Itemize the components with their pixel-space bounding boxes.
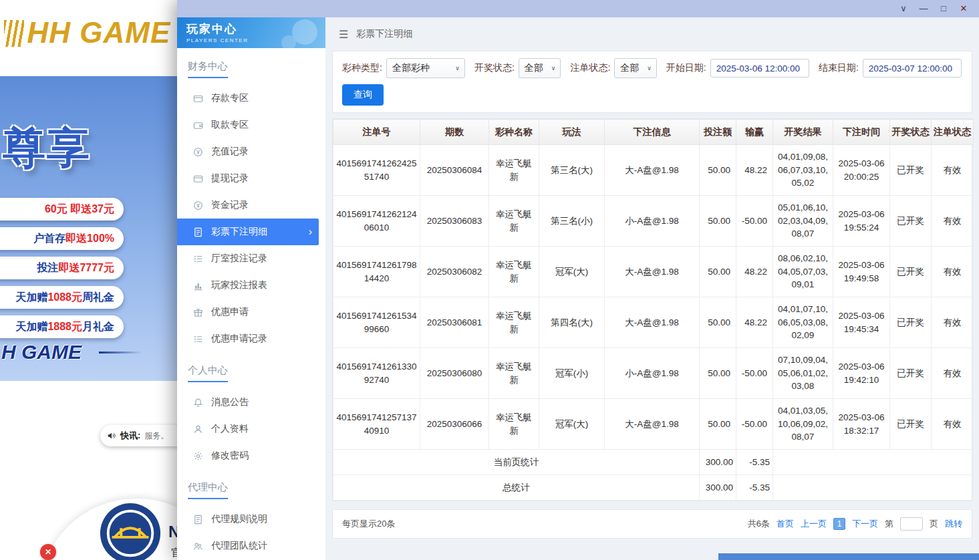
cell-lottery: 幸运飞艇新 — [489, 247, 539, 297]
sidebar-item-deposit[interactable]: 存款专区 — [177, 85, 325, 112]
chevron-down-icon: ∨ — [647, 65, 652, 72]
pill-text: 月礼金 — [82, 320, 114, 334]
sidebar-item-announcements[interactable]: 消息公告 — [177, 389, 325, 416]
sidebar-item-agent-team-stats[interactable]: 代理团队统计 — [177, 533, 325, 559]
chevron-down-icon: ∨ — [551, 65, 556, 72]
cell-bet-id: 401569174126153499660 — [333, 297, 420, 348]
cell-amount: 50.00 — [700, 247, 736, 297]
cell-play: 第四名(大) — [539, 297, 605, 348]
next-page-link[interactable]: 下一页 — [852, 518, 878, 530]
sidebar-item-lottery-bet-details[interactable]: 彩票下注明细 › — [177, 219, 319, 245]
promo-pill: 户首存 即送100% — [0, 227, 124, 250]
lottery-type-select[interactable]: 全部彩种 ∨ — [386, 58, 465, 78]
sidebar-item-label: 玩家投注报表 — [211, 279, 267, 291]
cell-bet-info: 大-A盘@1.98 — [605, 399, 700, 450]
promo-pill: 天加赠1088元周礼金 — [0, 286, 124, 309]
chevron-down-icon[interactable]: ∨ — [893, 0, 914, 17]
cell-period: 20250306080 — [420, 348, 489, 399]
cell-bet-info: 大-A盘@1.98 — [605, 247, 700, 297]
promo-title: 尊享 — [3, 119, 91, 177]
cell-bet-info: 大-A盘@1.98 — [605, 297, 700, 348]
sidebar-item-withdraw[interactable]: 取款专区 — [177, 112, 325, 138]
cell-win-loss: -50.00 — [736, 348, 773, 399]
cell-draw-status: 已开奖 — [890, 348, 932, 399]
promo-pill: 60元 即送37元 — [0, 198, 124, 221]
cell-result: 05,01,06,10,02,03,04,09,08,07 — [773, 196, 833, 247]
cell-play: 冠军(大) — [539, 247, 605, 297]
sidebar-item-hall-bet-records[interactable]: 厅室投注记录 — [177, 245, 325, 272]
prev-page-link[interactable]: 上一页 — [801, 518, 827, 530]
sidebar: 玩家中心 PLAYERS CENTER 财务中心 存款专区 取款专区 充值记录 … — [177, 17, 325, 560]
cell-amount: 50.00 — [700, 145, 736, 196]
order-status-select[interactable]: 全部 ∨ — [614, 58, 657, 78]
sidebar-item-promo-records[interactable]: 优惠申请记录 — [177, 325, 325, 352]
cell-bet-time: 2025-03-06 18:32:17 — [833, 399, 890, 450]
cell-win-loss: 48.22 — [736, 145, 773, 196]
sidebar-item-change-password[interactable]: 修改密码 — [177, 442, 325, 469]
sidebar-item-label: 代理团队统计 — [211, 540, 267, 552]
sidebar-item-recharge-records[interactable]: 充值记录 — [177, 138, 325, 165]
col-lottery: 彩种名称 — [489, 120, 539, 145]
select-value: 全部 — [620, 62, 639, 74]
cell-order-status: 有效 — [932, 247, 974, 297]
bets-table-card: 注单号 期数 彩种名称 玩法 下注信息 投注额 输赢 开奖结果 下注时间 开奖状… — [332, 118, 972, 501]
logo-bars-decoration — [4, 20, 24, 47]
first-page-link[interactable]: 首页 — [777, 518, 794, 530]
promo-logo-text: H GAME — [1, 341, 82, 364]
cell-amount: 50.00 — [700, 348, 736, 399]
pill-highlight: 即送100% — [65, 232, 114, 246]
filter-panel: 彩种类型: 全部彩种 ∨ 开奖状态: 全部 ∨ 注单状态: 全部 ∨ — [332, 51, 972, 113]
ticker-label: 快讯: — [120, 430, 140, 442]
sidebar-item-withdrawal-records[interactable]: 提现记录 — [177, 165, 325, 192]
cell-bet-time: 2025-03-06 20:00:25 — [833, 145, 890, 196]
col-bet-time: 下注时间 — [833, 120, 890, 145]
start-date-input[interactable] — [710, 59, 809, 78]
close-float-button[interactable]: ✕ — [40, 544, 56, 560]
cell-order-status: 有效 — [932, 196, 974, 247]
minimize-button[interactable]: — — [914, 0, 934, 17]
cell-win-loss: 48.22 — [736, 247, 773, 297]
cell-result: 04,01,03,05,10,06,09,02,08,07 — [773, 399, 833, 450]
col-play: 玩法 — [539, 120, 605, 145]
sidebar-item-label: 存款专区 — [211, 92, 249, 104]
cell-amount: 50.00 — [700, 399, 736, 450]
pill-text: 天加赠 — [15, 320, 47, 334]
draw-status-select[interactable]: 全部 ∨ — [519, 58, 561, 78]
hamburger-icon[interactable]: ☰ — [339, 28, 348, 41]
sidebar-item-label: 优惠申请记录 — [211, 333, 267, 345]
section-label: 代理中心 — [188, 481, 228, 499]
bottom-blue-strip — [718, 553, 979, 560]
col-order-status: 注单状态 — [932, 120, 974, 145]
window-titlebar: ∨ — □ ✕ — [177, 0, 979, 17]
cell-bet-id: 401569174126242551740 — [333, 145, 420, 196]
page-jump-input[interactable] — [900, 517, 923, 531]
site-logo: HH GAME — [4, 16, 170, 49]
end-date-input[interactable] — [863, 59, 962, 78]
sidebar-item-funds-records[interactable]: 资金记录 — [177, 192, 325, 219]
col-amount: 投注额 — [700, 120, 736, 145]
ticker-text: 服务。 — [144, 430, 168, 442]
section-label: 个人中心 — [188, 364, 228, 382]
search-button[interactable]: 查询 — [342, 84, 384, 106]
sidebar-item-bet-report[interactable]: 玩家投注报表 — [177, 272, 325, 299]
current-page-badge[interactable]: 1 — [833, 518, 845, 530]
sidebar-item-profile[interactable]: 个人资料 — [177, 416, 325, 442]
funds-records-icon — [193, 200, 203, 211]
sidebar-item-agent-rules[interactable]: 代理规则说明 — [177, 506, 325, 533]
sidebar-item-label: 厅室投注记录 — [211, 253, 267, 265]
withdraw-icon — [193, 120, 203, 130]
chevron-right-icon: › — [309, 226, 312, 238]
recharge-records-icon — [193, 147, 203, 157]
select-value: 全部 — [525, 62, 543, 74]
sidebar-title: 玩家中心 — [186, 21, 325, 37]
close-button[interactable]: ✕ — [954, 0, 974, 17]
jump-button[interactable]: 跳转 — [945, 518, 962, 530]
total-count-text: 共6条 — [748, 518, 770, 530]
maximize-button[interactable]: □ — [934, 0, 954, 17]
section-label: 财务中心 — [188, 60, 228, 78]
sidebar-item-label: 提现记录 — [211, 172, 249, 184]
doc-icon — [193, 515, 203, 525]
sidebar-item-promo-apply[interactable]: 优惠申请 — [177, 299, 325, 325]
total-summary-win-loss: -5.35 — [736, 475, 773, 501]
cell-result: 07,10,09,04,05,06,01,02,03,08 — [773, 348, 833, 399]
